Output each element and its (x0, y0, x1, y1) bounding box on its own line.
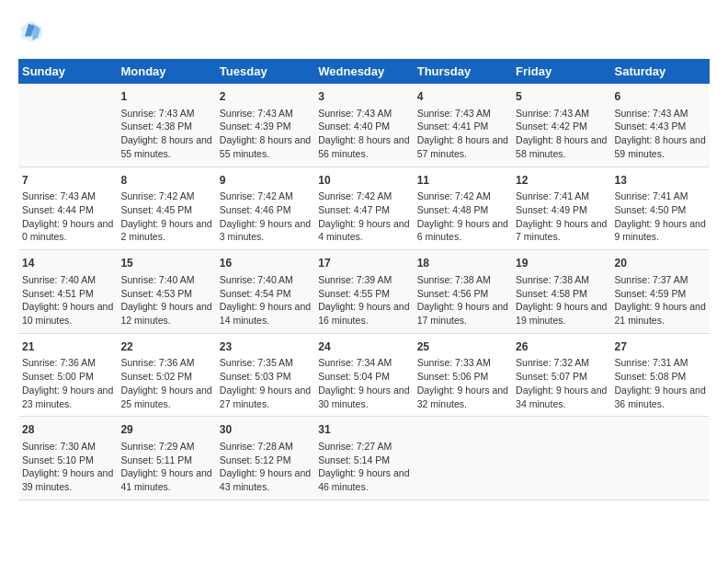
cell-info: Sunset: 5:04 PM (318, 371, 390, 382)
cell-info: Sunrise: 7:31 AM (615, 357, 688, 368)
calendar-header: SundayMondayTuesdayWednesdayThursdayFrid… (18, 59, 710, 84)
cell-info: Sunset: 4:51 PM (22, 288, 94, 299)
week-row-2: 7Sunrise: 7:43 AMSunset: 4:44 PMDaylight… (18, 167, 710, 250)
cell-info: Sunset: 4:50 PM (615, 204, 687, 215)
day-number: 23 (220, 339, 311, 355)
cell-info: Daylight: 9 hours and 39 minutes. (22, 467, 113, 492)
cell-info: Sunset: 4:46 PM (220, 204, 291, 215)
calendar-cell: 8Sunrise: 7:42 AMSunset: 4:45 PMDaylight… (117, 167, 215, 250)
calendar-cell: 12Sunrise: 7:41 AMSunset: 4:49 PMDayligh… (512, 167, 610, 250)
day-number: 2 (220, 89, 311, 105)
calendar-cell (611, 417, 710, 500)
cell-info: Sunrise: 7:43 AM (120, 108, 194, 119)
day-number: 13 (615, 173, 706, 189)
cell-info: Sunset: 4:48 PM (417, 204, 489, 215)
cell-info: Daylight: 8 hours and 58 minutes. (516, 134, 607, 159)
cell-info: Sunset: 4:38 PM (120, 121, 192, 132)
cell-info: Sunrise: 7:42 AM (417, 190, 491, 201)
cell-info: Sunset: 4:40 PM (318, 121, 390, 132)
week-row-3: 14Sunrise: 7:40 AMSunset: 4:51 PMDayligh… (18, 250, 710, 334)
cell-info: Sunrise: 7:27 AM (318, 441, 392, 452)
cell-info: Daylight: 9 hours and 34 minutes. (516, 385, 607, 409)
calendar-table: SundayMondayTuesdayWednesdayThursdayFrid… (18, 59, 710, 500)
cell-info: Sunrise: 7:32 AM (516, 357, 589, 368)
cell-info: Sunrise: 7:36 AM (22, 357, 96, 368)
calendar-cell (512, 417, 610, 500)
cell-info: Sunrise: 7:42 AM (318, 190, 392, 201)
logo-icon (18, 18, 44, 44)
cell-info: Daylight: 8 hours and 57 minutes. (417, 134, 508, 159)
cell-info: Sunrise: 7:40 AM (22, 274, 96, 285)
week-row-4: 21Sunrise: 7:36 AMSunset: 5:00 PMDayligh… (18, 333, 710, 417)
day-number: 17 (318, 256, 409, 271)
cell-info: Sunrise: 7:33 AM (417, 357, 491, 368)
cell-info: Sunset: 4:53 PM (120, 288, 192, 299)
cell-info: Daylight: 9 hours and 16 minutes. (318, 301, 409, 326)
day-header-saturday: Saturday (611, 59, 710, 84)
cell-info: Daylight: 9 hours and 6 minutes. (417, 218, 508, 243)
cell-info: Sunset: 4:58 PM (516, 288, 587, 299)
cell-info: Daylight: 9 hours and 27 minutes. (220, 385, 311, 409)
cell-info: Sunrise: 7:29 AM (120, 441, 194, 452)
cell-info: Sunrise: 7:34 AM (318, 357, 392, 368)
cell-info: Sunset: 4:42 PM (516, 121, 587, 132)
page-header (18, 18, 710, 44)
cell-info: Daylight: 9 hours and 36 minutes. (615, 385, 706, 409)
day-number: 16 (220, 256, 311, 271)
calendar-cell: 26Sunrise: 7:32 AMSunset: 5:07 PMDayligh… (512, 333, 610, 417)
day-number: 6 (615, 89, 706, 105)
cell-info: Daylight: 9 hours and 43 minutes. (220, 467, 311, 492)
cell-info: Daylight: 9 hours and 46 minutes. (318, 467, 409, 492)
cell-info: Sunset: 4:59 PM (615, 288, 687, 299)
day-number: 3 (318, 89, 409, 105)
day-number: 5 (516, 89, 607, 105)
calendar-cell: 10Sunrise: 7:42 AMSunset: 4:47 PMDayligh… (314, 167, 413, 250)
day-number: 1 (120, 89, 211, 105)
cell-info: Sunset: 4:44 PM (22, 204, 94, 215)
calendar-cell: 30Sunrise: 7:28 AMSunset: 5:12 PMDayligh… (216, 417, 314, 500)
cell-info: Sunrise: 7:30 AM (22, 441, 96, 452)
day-number: 24 (318, 339, 409, 355)
cell-info: Sunset: 4:41 PM (417, 121, 489, 132)
calendar-cell: 20Sunrise: 7:37 AMSunset: 4:59 PMDayligh… (611, 250, 710, 334)
cell-info: Daylight: 8 hours and 55 minutes. (220, 134, 311, 159)
day-number: 7 (22, 173, 113, 189)
cell-info: Daylight: 9 hours and 19 minutes. (516, 301, 607, 326)
cell-info: Daylight: 9 hours and 0 minutes. (22, 218, 113, 243)
days-of-week-row: SundayMondayTuesdayWednesdayThursdayFrid… (18, 59, 710, 84)
calendar-cell: 28Sunrise: 7:30 AMSunset: 5:10 PMDayligh… (18, 417, 117, 500)
cell-info: Sunrise: 7:38 AM (417, 274, 491, 285)
day-number: 18 (417, 256, 508, 271)
calendar-cell: 2Sunrise: 7:43 AMSunset: 4:39 PMDaylight… (216, 84, 314, 167)
cell-info: Sunset: 5:03 PM (220, 371, 291, 382)
cell-info: Sunrise: 7:43 AM (220, 108, 293, 119)
logo (18, 18, 48, 44)
cell-info: Daylight: 9 hours and 14 minutes. (220, 301, 311, 326)
calendar-cell: 21Sunrise: 7:36 AMSunset: 5:00 PMDayligh… (18, 333, 117, 417)
cell-info: Sunset: 5:12 PM (220, 454, 291, 465)
cell-info: Sunrise: 7:43 AM (22, 190, 96, 201)
cell-info: Daylight: 9 hours and 7 minutes. (516, 218, 607, 243)
day-number: 10 (318, 173, 409, 189)
cell-info: Sunrise: 7:37 AM (615, 274, 688, 285)
day-number: 12 (516, 173, 607, 189)
calendar-cell: 15Sunrise: 7:40 AMSunset: 4:53 PMDayligh… (117, 250, 215, 334)
cell-info: Sunset: 5:14 PM (318, 454, 390, 465)
cell-info: Sunrise: 7:40 AM (120, 274, 194, 285)
cell-info: Daylight: 9 hours and 9 minutes. (615, 218, 706, 243)
cell-info: Sunrise: 7:41 AM (516, 190, 589, 201)
calendar-cell: 22Sunrise: 7:36 AMSunset: 5:02 PMDayligh… (117, 333, 215, 417)
calendar-cell: 9Sunrise: 7:42 AMSunset: 4:46 PMDaylight… (216, 167, 314, 250)
cell-info: Sunset: 5:10 PM (22, 454, 94, 465)
day-number: 11 (417, 173, 508, 189)
day-header-monday: Monday (117, 59, 215, 84)
cell-info: Sunrise: 7:38 AM (516, 274, 589, 285)
calendar-cell: 29Sunrise: 7:29 AMSunset: 5:11 PMDayligh… (117, 417, 215, 500)
cell-info: Daylight: 9 hours and 32 minutes. (417, 385, 508, 409)
calendar-cell: 27Sunrise: 7:31 AMSunset: 5:08 PMDayligh… (611, 333, 710, 417)
day-number: 15 (120, 256, 211, 271)
day-header-tuesday: Tuesday (216, 59, 314, 84)
calendar-cell: 7Sunrise: 7:43 AMSunset: 4:44 PMDaylight… (18, 167, 117, 250)
cell-info: Daylight: 9 hours and 4 minutes. (318, 218, 409, 243)
cell-info: Sunset: 5:02 PM (120, 371, 192, 382)
